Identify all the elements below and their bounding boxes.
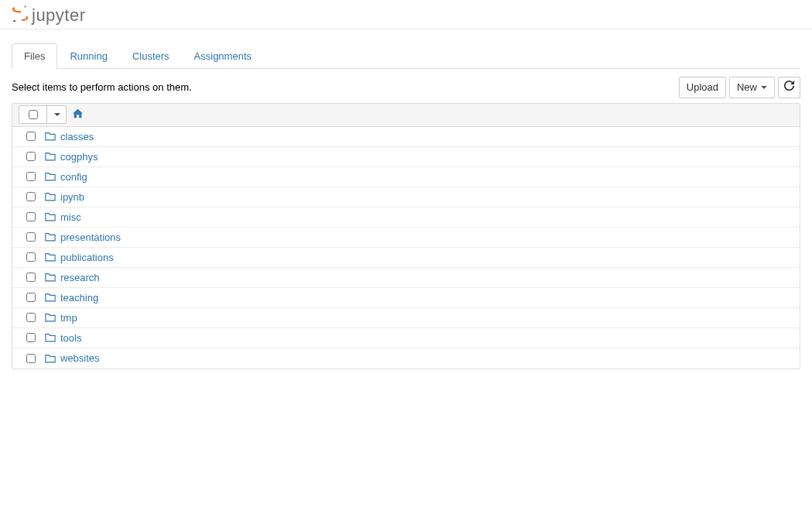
item-link[interactable]: cogphys [60, 151, 98, 163]
upload-label: Upload [687, 80, 718, 95]
folder-icon [45, 332, 56, 343]
folder-icon [45, 211, 56, 222]
chevron-down-icon [54, 113, 60, 116]
app-header: jupyter [0, 0, 812, 29]
jupyter-logo-icon [12, 5, 29, 26]
row-checkbox[interactable] [26, 132, 36, 141]
folder-icon [45, 191, 56, 202]
folder-icon [45, 353, 56, 364]
main-tabs: FilesRunningClustersAssignments [12, 43, 800, 69]
tab-running[interactable]: Running [57, 43, 119, 69]
list-item: classes [12, 127, 800, 147]
row-checkbox[interactable] [26, 252, 36, 262]
refresh-icon [784, 80, 794, 95]
select-all-group [19, 105, 67, 124]
row-checkbox[interactable] [26, 354, 36, 363]
item-link[interactable]: presentations [60, 232, 121, 243]
folder-icon [45, 312, 56, 323]
logo-text: jupyter [32, 5, 86, 26]
item-link[interactable]: publications [60, 252, 114, 263]
folder-icon [45, 131, 56, 142]
list-item: ipynb [12, 187, 800, 208]
item-link[interactable]: tmp [60, 312, 77, 324]
home-icon [73, 108, 83, 121]
list-item: presentations [12, 228, 800, 248]
new-dropdown-button[interactable]: New [729, 77, 775, 98]
list-item: config [12, 167, 800, 187]
tab-files[interactable]: Files [12, 43, 57, 69]
selection-hint: Select items to perform actions on them. [12, 81, 192, 93]
list-item: research [12, 268, 800, 288]
folder-icon [45, 272, 56, 283]
list-item: cogphys [12, 147, 800, 167]
breadcrumb-home[interactable] [73, 108, 83, 121]
item-link[interactable]: tools [60, 332, 81, 344]
svg-point-4 [25, 19, 26, 21]
row-checkbox[interactable] [26, 172, 36, 181]
item-link[interactable]: research [60, 272, 100, 283]
folder-icon [45, 232, 56, 242]
list-item: websites [12, 348, 800, 369]
list-item: tmp [12, 308, 800, 328]
row-checkbox[interactable] [26, 273, 36, 282]
item-link[interactable]: misc [60, 211, 81, 223]
item-link[interactable]: teaching [60, 292, 98, 304]
row-checkbox[interactable] [26, 232, 36, 242]
tab-clusters[interactable]: Clusters [120, 43, 182, 69]
list-item: teaching [12, 288, 800, 308]
folder-icon [45, 292, 56, 303]
file-listing: classescogphysconfigipynbmiscpresentatio… [12, 103, 800, 369]
item-link[interactable]: classes [60, 131, 94, 142]
folder-icon [45, 171, 56, 182]
listing-header [12, 104, 800, 127]
row-checkbox[interactable] [26, 212, 36, 221]
tab-assignments[interactable]: Assignments [182, 43, 264, 69]
select-type-dropdown[interactable] [46, 106, 66, 123]
new-label: New [737, 80, 757, 95]
list-item: misc [12, 208, 800, 228]
item-link[interactable]: websites [60, 352, 100, 364]
list-item: publications [12, 248, 800, 268]
svg-point-2 [24, 5, 26, 8]
refresh-button[interactable] [778, 77, 800, 98]
svg-point-1 [13, 15, 27, 20]
upload-button[interactable]: Upload [679, 77, 726, 98]
chevron-down-icon [761, 86, 767, 89]
row-checkbox[interactable] [26, 313, 36, 322]
row-checkbox[interactable] [26, 152, 36, 161]
folder-icon [45, 252, 56, 262]
list-item: tools [12, 328, 800, 348]
select-all-checkbox[interactable] [29, 110, 38, 119]
row-checkbox[interactable] [26, 333, 36, 342]
row-checkbox[interactable] [26, 192, 36, 201]
item-link[interactable]: config [60, 171, 87, 183]
svg-point-3 [13, 19, 15, 22]
folder-icon [45, 151, 56, 162]
item-link[interactable]: ipynb [60, 191, 84, 203]
logo[interactable]: jupyter [12, 5, 86, 26]
toolbar: Select items to perform actions on them.… [12, 77, 800, 98]
row-checkbox[interactable] [26, 293, 36, 302]
